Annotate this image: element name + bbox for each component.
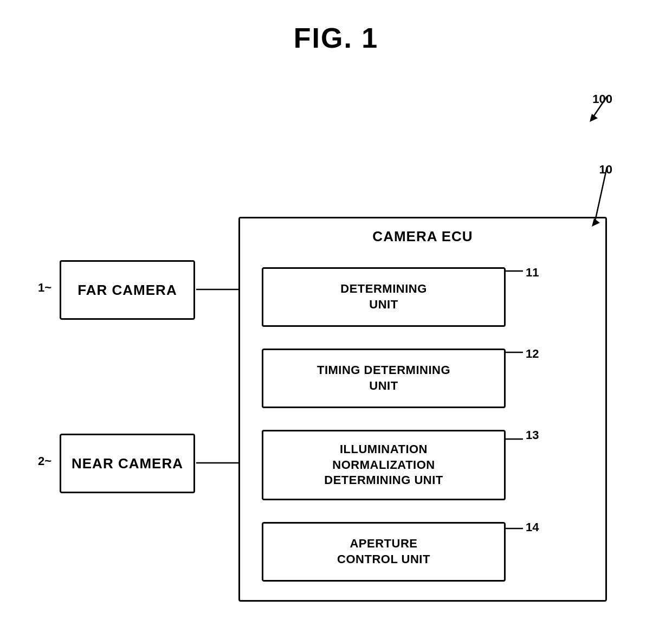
- near-camera-box: NEAR CAMERA: [60, 434, 195, 493]
- aperture-unit-label: APERTURECONTROL UNIT: [337, 536, 430, 567]
- illumination-unit-label: ILLUMINATIONNORMALIZATIONDETERMINING UNI…: [324, 442, 443, 488]
- timing-unit-label: TIMING DETERMININGUNIT: [317, 363, 450, 394]
- aperture-unit-box: APERTURECONTROL UNIT: [262, 522, 506, 582]
- camera-ecu-box: CAMERA ECU DETERMININGUNIT TIMING DETERM…: [238, 217, 607, 602]
- svg-marker-1: [590, 114, 598, 122]
- diagram-container: 100 10 CAMERA ECU DETERMININGUNIT TIMING…: [27, 87, 645, 602]
- ref-12-label: 12: [526, 347, 539, 361]
- timing-unit-box: TIMING DETERMININGUNIT: [262, 349, 506, 408]
- ref-13-label: 13: [526, 428, 539, 442]
- ref-10-label: 10: [599, 163, 612, 177]
- ref-2-label: 2~: [38, 454, 51, 468]
- camera-ecu-label: CAMERA ECU: [240, 218, 605, 245]
- illumination-unit-box: ILLUMINATIONNORMALIZATIONDETERMINING UNI…: [262, 430, 506, 500]
- determining-unit-box: DETERMININGUNIT: [262, 267, 506, 327]
- page-title: FIG. 1: [0, 0, 672, 54]
- ref-100-label: 100: [592, 92, 612, 106]
- far-camera-box: FAR CAMERA: [60, 260, 195, 320]
- ref-14-label: 14: [526, 520, 539, 534]
- ref-1-label: 1~: [38, 281, 51, 295]
- determining-unit-label: DETERMININGUNIT: [340, 281, 427, 312]
- near-camera-label: NEAR CAMERA: [72, 455, 183, 472]
- ref-11-label: 11: [526, 266, 539, 280]
- far-camera-label: FAR CAMERA: [77, 282, 177, 299]
